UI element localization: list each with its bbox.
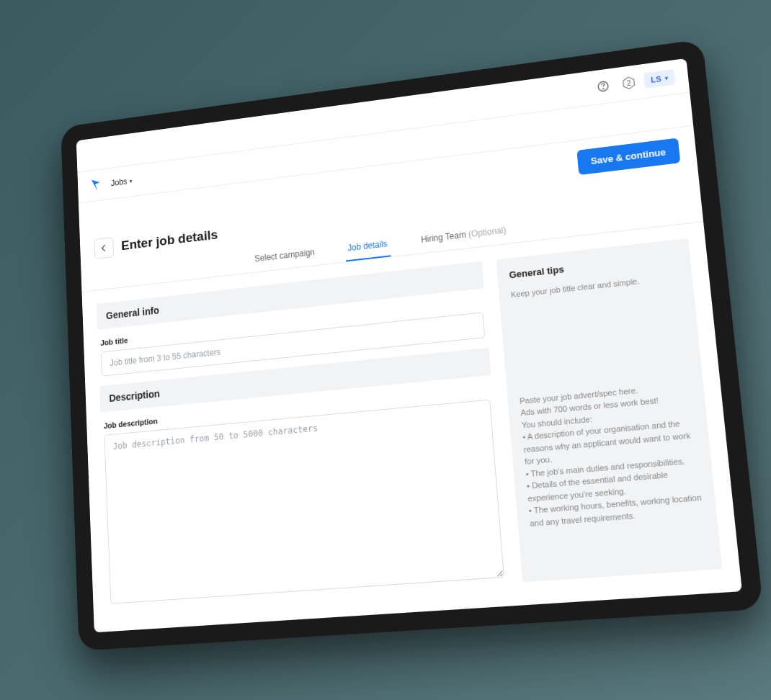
notifications-badge[interactable]: 2 [620, 74, 638, 91]
main-column: General info Job title Description Job d… [97, 261, 509, 617]
tips-column: General tips Keep your job title clear a… [496, 238, 723, 590]
page-title: Enter job details [121, 227, 218, 253]
field-job-description: Job description [101, 375, 509, 617]
tips-panel: General tips Keep your job title clear a… [496, 238, 723, 583]
jobs-dropdown[interactable]: Jobs ▾ [111, 176, 133, 188]
user-initials: LS [651, 74, 662, 84]
logo-icon [89, 177, 104, 194]
user-menu[interactable]: LS ▾ [643, 69, 675, 89]
chevron-down-icon: ▾ [130, 178, 133, 184]
app-screen: 2 LS ▾ Jobs ▾ Save & continue [76, 58, 742, 632]
tab-job-details[interactable]: Job details [344, 232, 391, 262]
content: General info Job title Description Job d… [82, 222, 742, 632]
back-button[interactable] [94, 237, 114, 259]
svg-point-1 [603, 89, 604, 89]
badge-count: 2 [626, 78, 631, 86]
tips-block2: Paste your job advert/spec here. Ads wit… [519, 379, 704, 529]
tablet-frame: 2 LS ▾ Jobs ▾ Save & continue [61, 39, 763, 650]
chevron-down-icon: ▾ [664, 75, 668, 81]
job-description-textarea[interactable] [104, 399, 504, 603]
help-icon[interactable] [592, 76, 615, 98]
nav-label: Jobs [111, 176, 128, 188]
